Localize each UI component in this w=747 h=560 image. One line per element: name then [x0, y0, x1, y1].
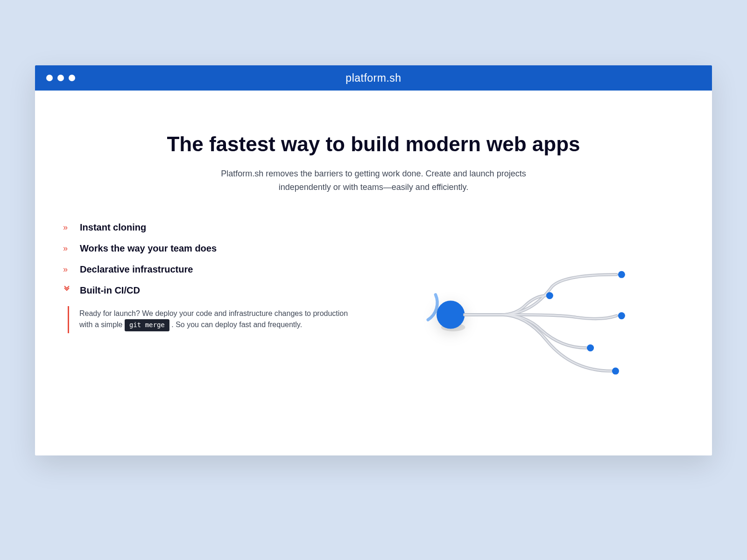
content-columns: » Instant cloning » Works the way your t… [63, 222, 684, 390]
svg-point-5 [587, 344, 594, 351]
svg-point-3 [546, 292, 553, 299]
window-dot-maximize[interactable] [69, 75, 75, 81]
chevron-right-icon: » [63, 265, 72, 274]
feature-works-team[interactable]: » Works the way your team does [63, 243, 369, 254]
branching-illustration [378, 259, 684, 390]
page-content: The fastest way to build modern web apps… [35, 91, 712, 455]
hero-subtitle: Platform.sh removes the barriers to gett… [196, 167, 551, 194]
inline-code: git merge [125, 319, 169, 331]
window-dot-close[interactable] [46, 75, 53, 81]
svg-point-6 [612, 367, 619, 374]
feature-label: Built-in CI/CD [80, 285, 140, 296]
address-title: platform.sh [35, 72, 712, 84]
svg-point-1 [437, 301, 465, 329]
browser-window: platform.sh The fastest way to build mod… [35, 65, 712, 455]
svg-point-2 [618, 271, 625, 278]
chevron-down-icon [63, 286, 72, 295]
feature-description-post: . So you can deploy fast and frequently. [171, 321, 302, 329]
window-controls [46, 75, 75, 81]
feature-builtin-cicd[interactable]: Built-in CI/CD [63, 285, 369, 296]
feature-instant-cloning[interactable]: » Instant cloning [63, 222, 369, 233]
feature-declarative-infra[interactable]: » Declarative infrastructure [63, 264, 369, 275]
feature-label: Works the way your team does [80, 243, 217, 254]
titlebar: platform.sh [35, 65, 712, 91]
window-dot-minimize[interactable] [57, 75, 64, 81]
svg-point-4 [618, 312, 625, 319]
chevron-right-icon: » [63, 223, 72, 232]
feature-label: Declarative infrastructure [80, 264, 193, 275]
feature-list: » Instant cloning » Works the way your t… [63, 222, 369, 333]
feature-label: Instant cloning [80, 222, 146, 233]
feature-description: Ready for launch? We deploy your code an… [68, 306, 357, 333]
hero-title: The fastest way to build modern web apps [63, 133, 684, 156]
chevron-right-icon: » [63, 244, 72, 253]
